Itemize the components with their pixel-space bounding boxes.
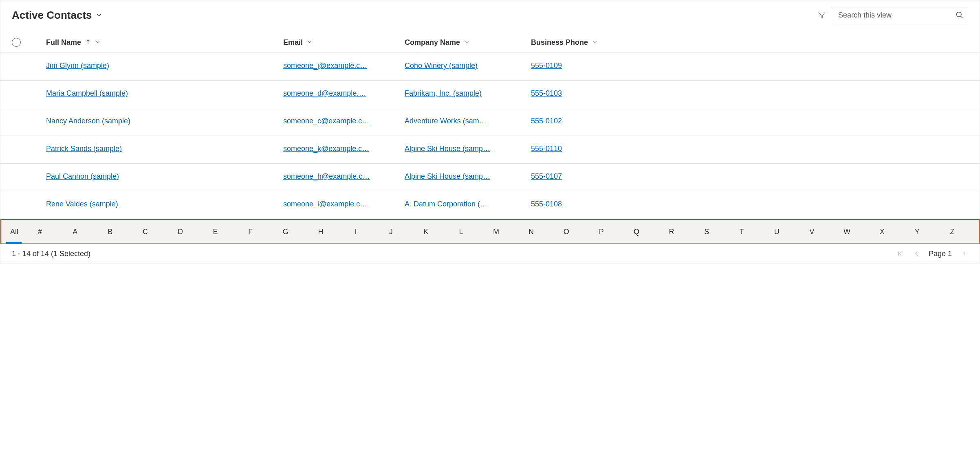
fullname-link[interactable]: Patrick Sands (sample) (46, 145, 122, 153)
alpha-filter-i[interactable]: I (338, 220, 373, 243)
chevron-down-icon (95, 38, 101, 47)
fullname-link[interactable]: Jim Glynn (sample) (46, 61, 109, 70)
fullname-link[interactable]: Paul Cannon (sample) (46, 172, 119, 181)
column-label: Email (283, 38, 303, 47)
alpha-filter-j[interactable]: J (373, 220, 408, 243)
filter-icon[interactable] (817, 11, 826, 20)
svg-marker-0 (819, 12, 826, 18)
table-row[interactable]: Rene Valdes (sample) someone_i@example.c… (0, 191, 980, 219)
fullname-link[interactable]: Rene Valdes (sample) (46, 200, 118, 208)
alpha-filter-#[interactable]: # (22, 220, 57, 243)
column-header-company[interactable]: Company Name (405, 38, 531, 47)
alpha-filter-a[interactable]: A (57, 220, 92, 243)
table-row[interactable]: Paul Cannon (sample) someone_h@example.c… (0, 164, 980, 191)
alpha-filter-u[interactable]: U (759, 220, 794, 243)
alpha-filter-t[interactable]: T (724, 220, 759, 243)
alpha-filter-f[interactable]: F (233, 220, 268, 243)
column-header-phone[interactable]: Business Phone (531, 38, 970, 47)
column-label: Company Name (405, 38, 460, 47)
search-input[interactable] (838, 11, 956, 20)
alpha-filter-m[interactable]: M (478, 220, 513, 243)
company-link[interactable]: Alpine Ski House (samp… (405, 172, 490, 181)
select-all-toggle[interactable] (12, 38, 21, 47)
chevron-down-icon (592, 38, 598, 47)
alpha-filter-g[interactable]: G (268, 220, 303, 243)
grid-header: Full Name Email Company Name Business Ph… (0, 28, 980, 53)
table-row[interactable]: Maria Campbell (sample) someone_d@exampl… (0, 81, 980, 108)
alpha-filter-z[interactable]: Z (935, 220, 970, 243)
company-link[interactable]: Coho Winery (sample) (405, 61, 478, 70)
email-link[interactable]: someone_h@example.c… (283, 172, 370, 181)
alpha-filter-k[interactable]: K (408, 220, 443, 243)
page-label: Page 1 (929, 250, 952, 258)
alpha-filter-x[interactable]: X (865, 220, 900, 243)
alpha-filter-highlight: All#ABCDEFGHIJKLMNOPQRSTUVWXYZ (0, 219, 980, 244)
alpha-filter-e[interactable]: E (198, 220, 233, 243)
view-switcher[interactable]: Active Contacts (12, 9, 103, 22)
phone-link[interactable]: 555-0110 (531, 145, 562, 153)
column-label: Business Phone (531, 38, 588, 47)
alpha-filter-d[interactable]: D (163, 220, 198, 243)
company-link[interactable]: Alpine Ski House (samp… (405, 145, 490, 153)
first-page-button[interactable] (896, 249, 905, 258)
alpha-filter-n[interactable]: N (514, 220, 549, 243)
alpha-filter-w[interactable]: W (830, 220, 865, 243)
company-link[interactable]: Adventure Works (sam… (405, 117, 487, 125)
alpha-filter-b[interactable]: B (92, 220, 128, 243)
record-count-status: 1 - 14 of 14 (1 Selected) (12, 250, 90, 258)
chevron-down-icon (307, 38, 313, 47)
alpha-filter-r[interactable]: R (654, 220, 689, 243)
phone-link[interactable]: 555-0103 (531, 89, 562, 98)
alpha-filter-q[interactable]: Q (619, 220, 654, 243)
email-link[interactable]: someone_i@example.c… (283, 200, 367, 208)
alpha-filter-l[interactable]: L (443, 220, 478, 243)
svg-point-1 (957, 12, 962, 17)
fullname-link[interactable]: Nancy Anderson (sample) (46, 117, 130, 125)
email-link[interactable]: someone_j@example.c… (283, 61, 367, 70)
phone-link[interactable]: 555-0108 (531, 200, 562, 208)
pager: Page 1 (896, 249, 968, 258)
alpha-filter-o[interactable]: O (549, 220, 584, 243)
alpha-filter-bar: All#ABCDEFGHIJKLMNOPQRSTUVWXYZ (1, 220, 979, 243)
svg-line-2 (961, 16, 963, 18)
email-link[interactable]: someone_k@example.c… (283, 145, 369, 153)
alpha-filter-p[interactable]: P (584, 220, 619, 243)
phone-link[interactable]: 555-0109 (531, 61, 562, 70)
alpha-filter-v[interactable]: V (794, 220, 829, 243)
table-row[interactable]: Jim Glynn (sample) someone_j@example.c… … (0, 53, 980, 81)
table-row[interactable]: Patrick Sands (sample) someone_k@example… (0, 136, 980, 164)
alpha-filter-h[interactable]: H (303, 220, 338, 243)
alpha-filter-y[interactable]: Y (900, 220, 935, 243)
table-row[interactable]: Nancy Anderson (sample) someone_c@exampl… (0, 108, 980, 136)
grid-body: Jim Glynn (sample) someone_j@example.c… … (0, 53, 980, 219)
column-label: Full Name (46, 38, 81, 47)
email-link[interactable]: someone_c@example.c… (283, 117, 369, 125)
phone-link[interactable]: 555-0107 (531, 172, 562, 181)
phone-link[interactable]: 555-0102 (531, 117, 562, 125)
sort-ascending-icon (85, 38, 91, 47)
alpha-filter-s[interactable]: S (689, 220, 724, 243)
chevron-down-icon (95, 11, 103, 19)
fullname-link[interactable]: Maria Campbell (sample) (46, 89, 128, 98)
next-page-button[interactable] (959, 249, 968, 258)
alpha-filter-all[interactable]: All (10, 220, 22, 243)
search-box[interactable] (834, 7, 968, 23)
column-header-email[interactable]: Email (283, 38, 405, 47)
column-header-fullname[interactable]: Full Name (35, 38, 283, 47)
chevron-down-icon (464, 38, 470, 47)
alpha-filter-c[interactable]: C (128, 220, 163, 243)
view-title: Active Contacts (12, 9, 92, 22)
email-link[interactable]: someone_d@example.… (283, 89, 366, 98)
prev-page-button[interactable] (912, 249, 921, 258)
search-icon[interactable] (956, 11, 964, 19)
company-link[interactable]: Fabrikam, Inc. (sample) (405, 89, 482, 98)
company-link[interactable]: A. Datum Corporation (… (405, 200, 487, 208)
